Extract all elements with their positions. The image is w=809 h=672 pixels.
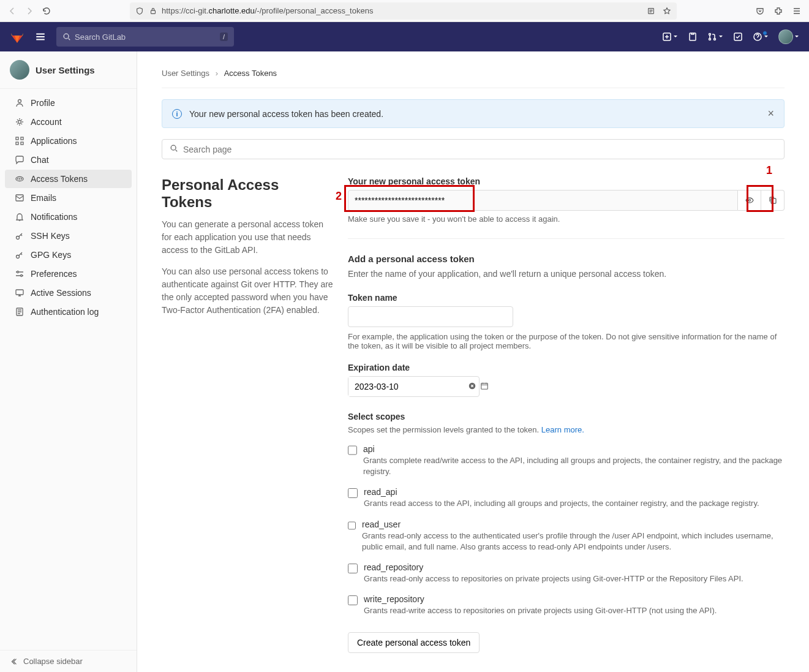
back-icon[interactable] bbox=[7, 6, 17, 16]
help-icon[interactable] bbox=[753, 32, 769, 42]
annotation-box-1 bbox=[747, 185, 773, 212]
collapse-sidebar[interactable]: Collapse sidebar bbox=[0, 650, 137, 672]
svg-point-21 bbox=[17, 236, 20, 240]
gitlab-logo[interactable] bbox=[10, 29, 24, 45]
sidebar-item-chat[interactable]: Chat bbox=[5, 151, 132, 169]
forward-icon[interactable] bbox=[24, 6, 34, 16]
svg-rect-13 bbox=[21, 137, 23, 140]
sidebar-item-gpg-keys[interactable]: GPG Keys bbox=[5, 246, 132, 264]
svg-point-17 bbox=[18, 179, 18, 179]
lock-icon bbox=[148, 6, 158, 16]
svg-point-27 bbox=[171, 145, 176, 150]
merge-requests-icon[interactable] bbox=[707, 32, 723, 42]
close-icon[interactable]: × bbox=[767, 107, 774, 120]
sessions-icon bbox=[15, 288, 24, 298]
scope-name: read_api bbox=[364, 487, 759, 497]
page-search[interactable] bbox=[162, 139, 785, 159]
prefs-icon bbox=[15, 269, 24, 279]
sidebar: User Settings ProfileAccountApplications… bbox=[0, 51, 137, 672]
scope-desc: Grants complete read/write access to the… bbox=[363, 455, 785, 477]
scope-checkbox-read_api[interactable] bbox=[348, 488, 358, 498]
scope-write_repository: write_repositoryGrants read-write access… bbox=[348, 589, 785, 621]
sidebar-item-authentication-log[interactable]: Authentication log bbox=[5, 303, 132, 321]
alert-text: Your new personal access token has been … bbox=[189, 109, 383, 119]
menu-icon[interactable] bbox=[792, 6, 802, 16]
breadcrumb-root[interactable]: User Settings bbox=[162, 69, 209, 78]
sidebar-item-label: Profile bbox=[31, 98, 55, 108]
breadcrumb-current: Access Tokens bbox=[224, 69, 277, 78]
scope-read_user: read_userGrants read-only access to the … bbox=[348, 515, 785, 557]
svg-point-22 bbox=[17, 255, 20, 259]
scope-name: read_user bbox=[362, 519, 785, 529]
annotation-1: 1 bbox=[766, 164, 772, 177]
sidebar-item-active-sessions[interactable]: Active Sessions bbox=[5, 284, 132, 302]
topbar: / bbox=[0, 22, 809, 51]
url-text: https://cci-git.charlotte.edu/-/profile/… bbox=[162, 6, 373, 15]
user-menu[interactable] bbox=[778, 29, 799, 44]
sidebar-item-ssh-keys[interactable]: SSH Keys bbox=[5, 227, 132, 245]
avatar bbox=[778, 29, 793, 44]
scope-checkbox-api[interactable] bbox=[348, 445, 357, 455]
clear-date-icon[interactable] bbox=[468, 382, 476, 392]
scopes-sub: Scopes set the permission levels granted… bbox=[348, 425, 785, 434]
sidebar-item-applications[interactable]: Applications bbox=[5, 132, 132, 150]
sidebar-header[interactable]: User Settings bbox=[0, 51, 137, 89]
reload-icon[interactable] bbox=[42, 6, 51, 16]
calendar-icon[interactable] bbox=[480, 382, 489, 392]
add-token-sub: Enter the name of your application, and … bbox=[348, 268, 785, 281]
reader-icon[interactable] bbox=[646, 6, 656, 16]
sidebar-item-preferences[interactable]: Preferences bbox=[5, 265, 132, 283]
sidebar-item-access-tokens[interactable]: Access Tokens bbox=[5, 170, 132, 188]
url-bar[interactable]: https://cci-git.charlotte.edu/-/profile/… bbox=[130, 2, 677, 20]
svg-rect-31 bbox=[481, 383, 488, 389]
sidebar-item-notifications[interactable]: Notifications bbox=[5, 208, 132, 226]
browser-chrome: https://cci-git.charlotte.edu/-/profile/… bbox=[0, 0, 809, 22]
sidebar-item-account[interactable]: Account bbox=[5, 113, 132, 131]
scope-name: read_repository bbox=[364, 562, 743, 572]
sidebar-item-label: Applications bbox=[31, 136, 77, 146]
global-search[interactable]: / bbox=[56, 27, 234, 47]
annotation-2: 2 bbox=[336, 190, 342, 203]
scope-read_repository: read_repositoryGrants read-only access t… bbox=[348, 557, 785, 589]
main-content: User Settings › Access Tokens i Your new… bbox=[137, 51, 809, 672]
create-token-button[interactable]: Create personal access token bbox=[348, 632, 480, 653]
svg-rect-0 bbox=[151, 10, 156, 13]
sidebar-item-profile[interactable]: Profile bbox=[5, 94, 132, 112]
extensions-icon[interactable] bbox=[773, 6, 783, 16]
sidebar-item-emails[interactable]: Emails bbox=[5, 189, 132, 207]
annotation-box-2 bbox=[344, 185, 475, 212]
svg-point-6 bbox=[709, 39, 711, 40]
svg-point-23 bbox=[17, 271, 19, 273]
avatar bbox=[10, 60, 29, 80]
plus-menu[interactable] bbox=[662, 32, 678, 42]
log-icon bbox=[15, 307, 24, 317]
svg-point-24 bbox=[21, 275, 23, 277]
scope-desc: Grants read-only access to the authentic… bbox=[362, 530, 785, 553]
scope-read_api: read_apiGrants read access to the API, i… bbox=[348, 482, 785, 514]
token-name-input[interactable] bbox=[348, 306, 513, 327]
issues-icon[interactable] bbox=[688, 32, 698, 42]
sidebar-item-label: SSH Keys bbox=[31, 231, 70, 241]
success-alert: i Your new personal access token has bee… bbox=[162, 99, 785, 128]
global-search-input[interactable] bbox=[75, 32, 216, 42]
sidebar-item-label: Preferences bbox=[31, 269, 77, 279]
key-icon bbox=[15, 250, 24, 260]
learn-more-link[interactable]: Learn more. bbox=[541, 425, 584, 434]
profile-icon bbox=[15, 98, 24, 108]
scope-checkbox-read_repository[interactable] bbox=[348, 564, 358, 573]
hamburger-icon[interactable] bbox=[34, 31, 47, 43]
pocket-icon[interactable] bbox=[755, 6, 765, 16]
bookmark-icon[interactable] bbox=[662, 6, 672, 16]
key-icon bbox=[15, 231, 24, 241]
todos-icon[interactable] bbox=[733, 32, 743, 42]
scope-checkbox-read_user[interactable] bbox=[348, 521, 356, 530]
svg-rect-12 bbox=[16, 137, 18, 140]
expiration-input[interactable] bbox=[348, 377, 468, 396]
token-icon bbox=[15, 174, 24, 184]
help-text-1: You can generate a personal access token… bbox=[162, 218, 333, 257]
page-title: Personal Access Tokens bbox=[162, 176, 333, 211]
account-icon bbox=[15, 117, 24, 127]
svg-rect-14 bbox=[16, 142, 18, 145]
scope-checkbox-write_repository[interactable] bbox=[348, 595, 358, 605]
page-search-input[interactable] bbox=[183, 145, 777, 154]
